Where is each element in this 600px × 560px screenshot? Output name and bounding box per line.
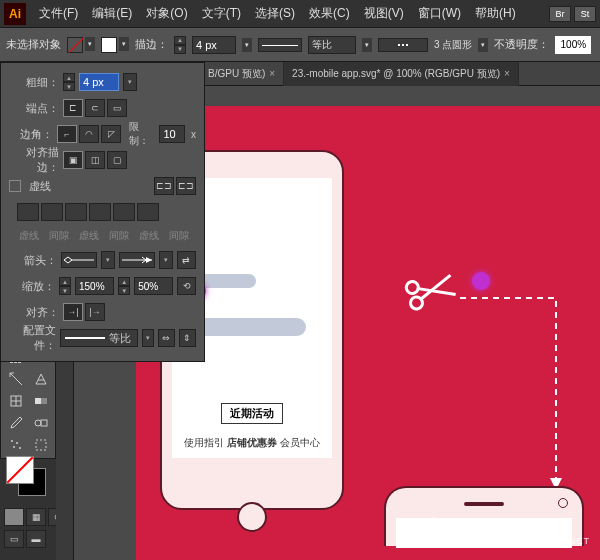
anchor-handle[interactable] xyxy=(472,272,490,290)
fill-dropdown[interactable]: ▾ xyxy=(85,37,95,51)
align-inside[interactable]: ◫ xyxy=(85,151,105,169)
fill-color[interactable] xyxy=(6,456,34,484)
arrow-end-dd[interactable]: ▾ xyxy=(159,251,172,269)
stroke-up[interactable]: ▲ xyxy=(174,36,186,45)
brush-dd[interactable]: ▾ xyxy=(478,38,488,52)
arrow-align-label: 对齐： xyxy=(9,305,59,320)
dashed-arrow-path xyxy=(456,294,576,504)
menu-object[interactable]: 对象(O) xyxy=(139,5,194,22)
swap-arrows-icon[interactable]: ⇄ xyxy=(177,251,196,269)
fill-swatch[interactable] xyxy=(67,37,83,53)
dashed-checkbox[interactable] xyxy=(9,180,21,192)
arrow-align-tip[interactable]: |→ xyxy=(85,303,105,321)
flip-across-icon[interactable]: ⇕ xyxy=(179,329,196,347)
menu-select[interactable]: 选择(S) xyxy=(248,5,302,22)
dash-preserve[interactable]: ⊏⊐ xyxy=(154,177,174,195)
stock-button[interactable]: St xyxy=(574,6,596,22)
weight-dd[interactable]: ▾ xyxy=(123,73,137,91)
join-miter[interactable]: ⌐ xyxy=(57,125,77,143)
align-stroke-label: 对齐描边： xyxy=(9,145,59,175)
mesh-tool[interactable] xyxy=(3,390,28,412)
menu-effect[interactable]: 效果(C) xyxy=(302,5,357,22)
document-tabs: B/GPU 预览)× 23.-mobile app.svg* @ 100% (R… xyxy=(200,62,600,86)
arrow-start[interactable] xyxy=(61,252,97,268)
screen-full[interactable]: ▬ xyxy=(26,530,46,548)
stroke-down[interactable]: ▼ xyxy=(174,45,186,54)
app-menu-bar: Ai 文件(F) 编辑(E) 对象(O) 文字(T) 选择(S) 效果(C) 视… xyxy=(0,0,600,28)
symbol-sprayer-tool[interactable] xyxy=(3,434,28,456)
svg-rect-8 xyxy=(35,398,41,404)
cap-round[interactable]: ⊂ xyxy=(85,99,105,117)
align-center[interactable]: ▣ xyxy=(63,151,83,169)
flip-along-icon[interactable]: ⇔ xyxy=(158,329,175,347)
color-mode[interactable] xyxy=(4,508,24,526)
gap-1[interactable] xyxy=(41,203,63,221)
profile-select[interactable]: 等比 xyxy=(308,36,356,54)
gradient-mode[interactable]: ▦ xyxy=(26,508,46,526)
house-icon xyxy=(414,514,454,550)
close-icon[interactable]: × xyxy=(504,68,510,79)
stroke-weight-input[interactable]: 4 px xyxy=(192,36,236,54)
weight-up[interactable]: ▲ xyxy=(63,73,75,82)
svg-rect-15 xyxy=(36,440,46,450)
svg-point-12 xyxy=(16,442,18,444)
watermark: 系统之家 WWW.XITONGZHIJIA.NET xyxy=(414,514,590,550)
artboard-tool[interactable] xyxy=(28,434,53,456)
scale-start[interactable]: 150% xyxy=(75,277,114,295)
cap-label: 端点： xyxy=(9,101,59,116)
cap-projecting[interactable]: ▭ xyxy=(107,99,127,117)
menu-view[interactable]: 视图(V) xyxy=(357,5,411,22)
tab-doc2[interactable]: 23.-mobile app.svg* @ 100% (RGB/GPU 预览)× xyxy=(284,62,519,86)
opacity-input[interactable]: 100% xyxy=(555,36,591,54)
arrowheads-label: 箭头： xyxy=(9,253,57,268)
menu-file[interactable]: 文件(F) xyxy=(32,5,85,22)
arrow-end[interactable] xyxy=(119,252,155,268)
arrow-start-dd[interactable]: ▾ xyxy=(101,251,114,269)
stroke-dropdown[interactable]: ▾ xyxy=(119,37,129,51)
gradient-tool[interactable] xyxy=(28,390,53,412)
scale-label: 缩放： xyxy=(9,279,55,294)
dash-2[interactable] xyxy=(65,203,87,221)
gap-2[interactable] xyxy=(89,203,111,221)
menu-help[interactable]: 帮助(H) xyxy=(468,5,523,22)
close-icon[interactable]: × xyxy=(269,68,275,79)
opacity-label: 不透明度： xyxy=(494,37,549,52)
stroke-label: 描边： xyxy=(135,37,168,52)
fill-stroke-indicator[interactable] xyxy=(4,454,52,502)
perspective-tool[interactable] xyxy=(28,368,53,390)
menu-window[interactable]: 窗口(W) xyxy=(411,5,468,22)
weight-input[interactable]: 4 px xyxy=(79,73,119,91)
cap-butt[interactable]: ⊏ xyxy=(63,99,83,117)
link-scale-icon[interactable]: ⟲ xyxy=(177,277,196,295)
svg-point-13 xyxy=(13,446,15,448)
bridge-button[interactable]: Br xyxy=(549,6,571,22)
join-bevel[interactable]: ◸ xyxy=(101,125,121,143)
control-bar: 未选择对象 ▾ ▾ 描边： ▲ ▼ 4 px ▾ 等比 ▾ 3 点圆形 ▾ 不透… xyxy=(0,28,600,62)
menu-type[interactable]: 文字(T) xyxy=(195,5,248,22)
stroke-weight-dd[interactable]: ▾ xyxy=(242,38,252,52)
scale-end[interactable]: 50% xyxy=(134,277,173,295)
ai-logo: Ai xyxy=(4,3,26,25)
arrow-align-extend[interactable]: →| xyxy=(63,303,83,321)
brush-def-preview[interactable] xyxy=(378,38,428,52)
blend-tool[interactable] xyxy=(28,412,53,434)
menu-edit[interactable]: 编辑(E) xyxy=(85,5,139,22)
dash-3[interactable] xyxy=(113,203,135,221)
align-outside[interactable]: ▢ xyxy=(107,151,127,169)
limit-input[interactable]: 10 xyxy=(159,125,185,143)
profile-dd[interactable]: ▾ xyxy=(142,329,154,347)
brush-preview[interactable] xyxy=(258,38,302,52)
profile-preview[interactable]: 等比 xyxy=(60,329,137,347)
weight-label: 粗细： xyxy=(9,75,59,90)
join-round[interactable]: ◠ xyxy=(79,125,99,143)
dash-align[interactable]: ⊏⊐ xyxy=(176,177,196,195)
screen-normal[interactable]: ▭ xyxy=(4,530,24,548)
slice-tool[interactable] xyxy=(3,368,28,390)
weight-down[interactable]: ▼ xyxy=(63,82,75,91)
dash-1[interactable] xyxy=(17,203,39,221)
profile-dd[interactable]: ▾ xyxy=(362,38,372,52)
stroke-swatch[interactable] xyxy=(101,37,117,53)
gap-3[interactable] xyxy=(137,203,159,221)
eyedropper-tool[interactable] xyxy=(3,412,28,434)
tab-doc1[interactable]: B/GPU 预览)× xyxy=(200,62,284,86)
